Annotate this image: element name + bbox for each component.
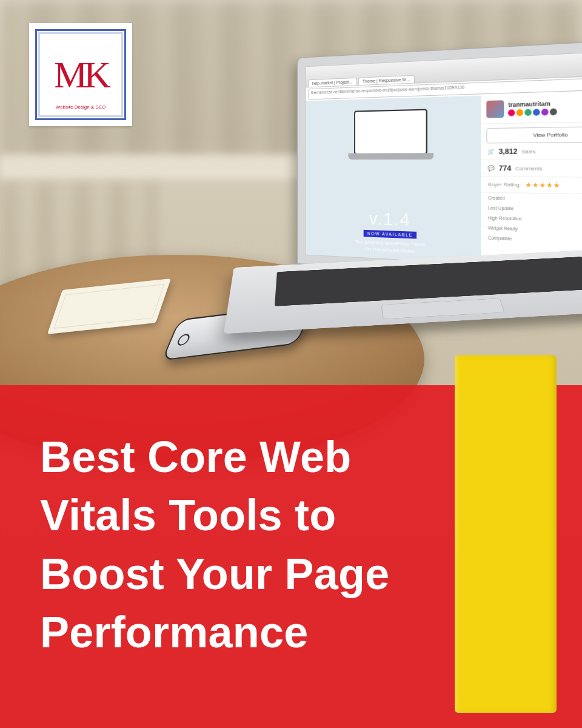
logo-subtitle: Website Design & SEO (37, 104, 124, 110)
cart-icon: 🛒 (488, 149, 495, 155)
hero-tagline-2: On Themeforest Market (364, 246, 416, 255)
hero-version: v.1.4 (369, 209, 411, 231)
browser-tab: Theme | Responsive M… (358, 75, 415, 85)
laptop: help.market | Project… Theme | Responsiv… (261, 58, 582, 373)
view-portfolio-button: View Portfolio (487, 126, 582, 144)
browser-tab: help.market | Project… (308, 78, 357, 87)
stat-rating: Buyer Rating: ★★★★★ (481, 177, 582, 195)
page-sidebar: tranmautritam (481, 91, 582, 270)
avatar (487, 100, 504, 118)
brand-logo: MK Website Design & SEO (29, 23, 132, 126)
hero-badge: NOW AVAILABLE (364, 230, 416, 239)
comment-icon: 💬 (488, 165, 495, 171)
author-badges (508, 109, 557, 116)
logo-letters: MK (54, 53, 107, 96)
stat-comments: 💬 774 Comments (481, 160, 582, 178)
accent-block (455, 355, 557, 713)
stat-sales: 🛒 3,812 Sales (481, 143, 582, 160)
hero-mockup-icon (354, 109, 427, 155)
laptop-keyboard (224, 249, 582, 334)
headline: Best Core Web Vitals Tools to Boost Your… (40, 428, 452, 662)
star-icon: ★★★★★ (525, 181, 560, 189)
author-name: tranmautritam (508, 100, 557, 108)
page-hero: v.1.4 NOW AVAILABLE The Smartest WordPre… (306, 96, 481, 263)
laptop-screen: help.market | Project… Theme | Responsiv… (297, 39, 582, 283)
